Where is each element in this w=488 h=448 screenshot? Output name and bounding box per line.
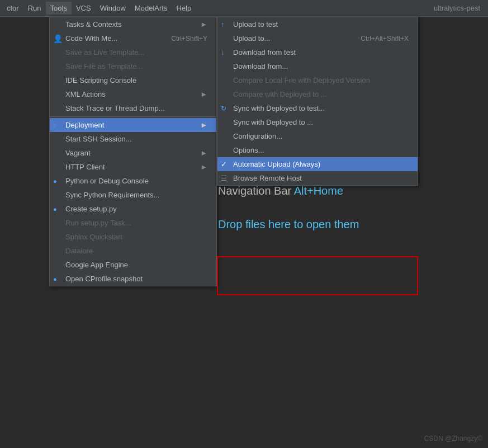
arrow-icon: ► — [200, 163, 207, 171]
upload-icon: ↑ — [221, 21, 224, 29]
menu-google-app-engine[interactable]: Google App Engine — [50, 258, 216, 272]
deployment-icon: ↕ — [53, 122, 56, 129]
navigation-bar-text: Navigation Bar Alt+Home — [218, 185, 343, 197]
tools-dropdown-menu: Tasks & Contexts ► 👤 Code With Me... Ctr… — [49, 17, 217, 286]
deploy-configuration[interactable]: Configuration... — [217, 129, 418, 143]
menu-run-setup-task[interactable]: Run setup.py Task... — [50, 216, 216, 230]
ide-scripting-label: IDE Scripting Console — [65, 76, 136, 84]
deploy-sync-test[interactable]: ↻ Sync with Deployed to test... — [217, 101, 418, 115]
menu-item-modelarts[interactable]: ModelArts — [130, 2, 172, 15]
deploy-upload-test[interactable]: ↑ Upload to test — [217, 17, 418, 31]
compare-local-label: Compare Local File with Deployed Version — [233, 76, 370, 84]
python-icon: ● — [53, 178, 57, 185]
arrow-icon: ► — [200, 20, 207, 29]
deploy-compare-deployed[interactable]: Compare with Deployed to ... — [217, 87, 418, 101]
sphinx-label: Sphinx Quickstart — [65, 233, 122, 241]
automatic-upload-label: Automatic Upload (Always) — [233, 160, 320, 168]
download-test-label: Download from test — [233, 48, 296, 56]
person-icon: 👤 — [53, 34, 63, 43]
python-debug-console-label: Python or Debug Console — [65, 177, 149, 185]
options-label: Options... — [233, 146, 264, 154]
code-with-me-shortcut: Ctrl+Shift+Y — [171, 35, 207, 43]
menu-item-ctor[interactable]: ctor — [2, 2, 23, 15]
menu-datalore[interactable]: Datalore — [50, 244, 216, 258]
menu-xml-actions[interactable]: XML Actions ► — [50, 87, 216, 101]
menu-python-debug-console[interactable]: ● Python or Debug Console — [50, 174, 216, 188]
run-setup-task-label: Run setup.py Task... — [65, 219, 131, 227]
google-app-engine-label: Google App Engine — [65, 261, 128, 269]
deploy-sync-to[interactable]: Sync with Deployed to ... — [217, 115, 418, 129]
deploy-upload-to[interactable]: Upload to... Ctrl+Alt+Shift+X — [217, 31, 418, 45]
arrow-icon: ► — [200, 90, 207, 98]
watermark: CSDN @Zhangzy© — [424, 435, 482, 442]
menu-item-vcs[interactable]: VCS — [72, 2, 96, 15]
setup-icon: ● — [53, 206, 57, 213]
menu-vagrant[interactable]: Vagrant ► — [50, 146, 216, 160]
xml-actions-label: XML Actions — [65, 90, 106, 98]
drop-files-text: Drop files here to open them — [218, 218, 359, 231]
browse-icon: ☰ — [221, 175, 227, 182]
deploy-browse-remote[interactable]: ☰ Browse Remote Host — [217, 171, 418, 185]
menu-sphinx[interactable]: Sphinx Quickstart — [50, 230, 216, 244]
cprofile-label: Open CProfile snapshot — [65, 275, 143, 283]
deploy-automatic-upload[interactable]: ✓ Automatic Upload (Always) — [217, 157, 418, 171]
arrow-icon: ► — [200, 121, 207, 129]
menu-cprofile-snapshot[interactable]: ● Open CProfile snapshot — [50, 272, 216, 286]
menu-code-with-me[interactable]: 👤 Code With Me... Ctrl+Shift+Y — [50, 31, 216, 45]
download-from-label: Download from... — [233, 62, 288, 70]
sync-to-label: Sync with Deployed to ... — [233, 118, 313, 126]
sync-icon: ↻ — [221, 105, 226, 112]
upload-test-label: Upload to test — [233, 20, 278, 29]
sync-python-req-label: Sync Python Requirements... — [65, 191, 159, 199]
menu-deployment[interactable]: ↕ Deployment ► — [50, 118, 216, 132]
menu-tasks-contexts[interactable]: Tasks & Contexts ► — [50, 17, 216, 31]
deployment-label: Deployment — [65, 121, 104, 129]
save-file-template-label: Save File as Template... — [65, 62, 143, 70]
menu-ssh-session[interactable]: Start SSH Session... — [50, 132, 216, 146]
http-client-label: HTTP Client — [65, 163, 105, 171]
deploy-compare-local[interactable]: Compare Local File with Deployed Version — [217, 73, 418, 87]
save-live-template-label: Save as Live Template... — [65, 48, 144, 56]
window-title: ultralytics-pest — [434, 4, 486, 12]
menu-save-live-template[interactable]: Save as Live Template... — [50, 45, 216, 59]
datalore-label: Datalore — [65, 247, 93, 255]
menu-save-file-template[interactable]: Save File as Template... — [50, 59, 216, 73]
deploy-download-from[interactable]: Download from... — [217, 59, 418, 73]
arrow-icon: ► — [200, 149, 207, 157]
stack-trace-label: Stack Trace or Thread Dump... — [65, 104, 165, 112]
browse-remote-label: Browse Remote Host — [233, 174, 302, 182]
check-icon: ✓ — [221, 160, 227, 168]
cprofile-icon: ● — [53, 276, 57, 282]
create-setup-label: Create setup.py — [65, 205, 117, 213]
menu-separator-1 — [50, 116, 216, 117]
menu-create-setup[interactable]: ● Create setup.py — [50, 202, 216, 216]
code-with-me-label: Code With Me... — [65, 34, 117, 43]
deploy-download-test[interactable]: ↓ Download from test — [217, 45, 418, 59]
menu-ide-scripting[interactable]: IDE Scripting Console — [50, 73, 216, 87]
upload-to-shortcut: Ctrl+Alt+Shift+X — [361, 35, 409, 43]
upload-to-label: Upload to... — [233, 34, 271, 43]
menu-item-run[interactable]: Run — [23, 2, 46, 15]
ssh-session-label: Start SSH Session... — [65, 135, 132, 143]
deploy-options[interactable]: Options... — [217, 143, 418, 157]
menu-item-help[interactable]: Help — [172, 2, 196, 15]
deployment-submenu: ↑ Upload to test Upload to... Ctrl+Alt+S… — [217, 17, 418, 186]
menu-item-window[interactable]: Window — [96, 2, 130, 15]
download-icon: ↓ — [221, 49, 224, 56]
compare-deployed-label: Compare with Deployed to ... — [233, 90, 327, 98]
configuration-label: Configuration... — [233, 132, 282, 140]
vagrant-label: Vagrant — [65, 149, 91, 157]
menu-sync-python-req[interactable]: Sync Python Requirements... — [50, 188, 216, 202]
menu-stack-trace[interactable]: Stack Trace or Thread Dump... — [50, 101, 216, 115]
sync-test-label: Sync with Deployed to test... — [233, 104, 325, 112]
tasks-contexts-label: Tasks & Contexts — [65, 20, 121, 29]
menu-item-tools[interactable]: Tools — [46, 2, 72, 15]
menu-http-client[interactable]: HTTP Client ► — [50, 160, 216, 174]
menubar: ctor Run Tools VCS Window ModelArts Help… — [0, 0, 488, 17]
